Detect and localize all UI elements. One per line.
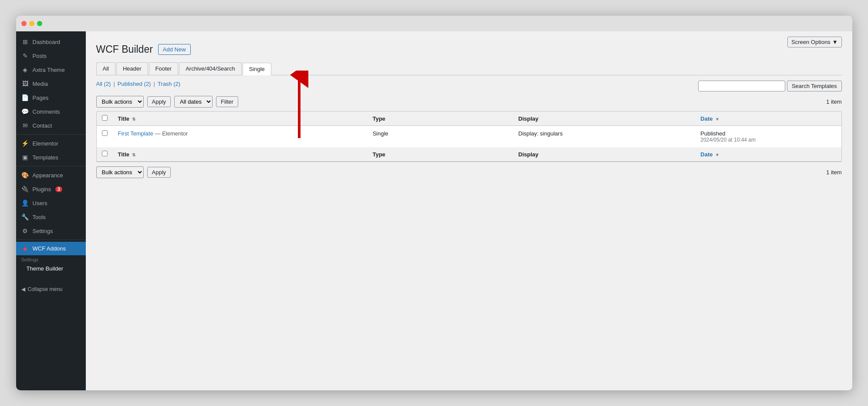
- template-builder: — Elementor: [155, 130, 188, 137]
- filter-row: All (2) | Published (2) | Trash (2) Sear…: [96, 81, 842, 91]
- date-sort-icon[interactable]: ▼: [715, 117, 719, 122]
- template-type: Single: [372, 130, 388, 137]
- search-templates-button[interactable]: Search Templates: [787, 81, 842, 91]
- foot-type-label: Type: [372, 151, 385, 158]
- sidebar-divider-2: [16, 166, 86, 166]
- posts-icon: ✎: [21, 52, 29, 59]
- tools-icon: 🔧: [21, 213, 29, 220]
- display-label: Display: [518, 115, 538, 122]
- sidebar-item-label: Appearance: [33, 172, 63, 179]
- sidebar-item-appearance[interactable]: 🎨 Appearance: [16, 168, 86, 182]
- bulk-actions-bottom-select[interactable]: Bulk actions: [96, 166, 144, 178]
- close-button[interactable]: [21, 21, 27, 26]
- sidebar-item-theme-builder[interactable]: Theme Builder: [16, 263, 86, 274]
- footer-select-all-checkbox[interactable]: [102, 151, 108, 156]
- col-title-header: Title ⇅: [113, 112, 368, 126]
- tab-header[interactable]: Header: [116, 62, 148, 75]
- apply-top-button[interactable]: Apply: [147, 96, 171, 107]
- titlebar: [16, 16, 852, 31]
- apply-bottom-button[interactable]: Apply: [147, 167, 171, 178]
- contact-icon: ✉: [21, 122, 29, 129]
- sidebar-item-label: Media: [33, 81, 48, 87]
- theme-builder-label: Theme Builder: [27, 265, 64, 272]
- foot-title-label: Title: [118, 151, 130, 158]
- sidebar-item-users[interactable]: 👤 Users: [16, 196, 86, 210]
- users-icon: 👤: [21, 200, 29, 206]
- sidebar-item-label: Dashboard: [33, 39, 61, 45]
- sidebar-item-media[interactable]: 🖼 Media: [16, 77, 86, 91]
- collapse-icon: ◀: [21, 286, 25, 292]
- plugins-badge: 3: [55, 186, 62, 192]
- sidebar-item-comments[interactable]: 💬 Comments: [16, 105, 86, 118]
- search-box: Search Templates: [698, 81, 842, 91]
- sidebar-item-label: Comments: [33, 108, 60, 115]
- row-date-cell: Published 2024/05/20 at 10:44 am: [695, 126, 841, 148]
- title-sort-icon[interactable]: ⇅: [132, 117, 135, 122]
- tab-archive[interactable]: Archive/404/Search: [179, 62, 241, 75]
- row-checkbox[interactable]: [102, 130, 108, 136]
- sidebar-item-templates[interactable]: ▣ Templates: [16, 150, 86, 164]
- foot-title: Title ⇅: [113, 147, 368, 162]
- foot-date-sort-icon[interactable]: ▼: [715, 152, 719, 157]
- screen-options-button[interactable]: Screen Options ▼: [787, 37, 841, 47]
- tab-all[interactable]: All: [96, 62, 115, 75]
- table-footer-row: Title ⇅ Type Display Date ▼: [97, 147, 841, 162]
- template-status: Published: [700, 130, 836, 137]
- filter-published[interactable]: Published (2): [118, 81, 151, 87]
- foot-type: Type: [367, 147, 513, 162]
- foot-display-label: Display: [518, 151, 538, 158]
- tabs-nav: All Header Footer Archive/404/Search Sin…: [96, 62, 842, 75]
- dates-select[interactable]: All dates: [174, 96, 213, 108]
- app-body: ⊞ Dashboard ✎ Posts ◈ Axtra Theme 🖼 Medi…: [16, 31, 852, 390]
- sidebar-item-contact[interactable]: ✉ Contact: [16, 118, 86, 132]
- sidebar-item-axtra[interactable]: ◈ Axtra Theme: [16, 63, 86, 77]
- sidebar-item-pages[interactable]: 📄 Pages: [16, 91, 86, 105]
- sidebar-item-label: Templates: [33, 154, 58, 161]
- add-new-button[interactable]: Add New: [158, 44, 191, 55]
- col-date-header: Date ▼: [695, 112, 841, 126]
- sidebar-item-wcf-addons[interactable]: ◆ WCF Addons: [16, 242, 86, 255]
- traffic-lights: [21, 21, 42, 26]
- axtra-icon: ◈: [21, 66, 29, 73]
- sidebar-item-plugins[interactable]: 🔌 Plugins 3: [16, 182, 86, 196]
- title-label: Title: [118, 115, 130, 122]
- collapse-menu[interactable]: ◀ Collapse menu: [16, 283, 86, 296]
- bulk-actions-top-select[interactable]: Bulk actions: [96, 96, 144, 108]
- foot-checkbox: [97, 147, 113, 162]
- sidebar-item-settings[interactable]: ⚙ Settings: [16, 224, 86, 238]
- filter-all[interactable]: All (2): [96, 81, 111, 87]
- sidebar-item-label: Posts: [33, 53, 47, 59]
- sidebar-item-elementor[interactable]: ⚡ Elementor: [16, 136, 86, 150]
- template-link[interactable]: First Template: [118, 130, 155, 137]
- template-date: 2024/05/20 at 10:44 am: [700, 137, 836, 143]
- sidebar-item-posts[interactable]: ✎ Posts: [16, 49, 86, 63]
- tab-footer[interactable]: Footer: [149, 62, 179, 75]
- select-all-checkbox[interactable]: [102, 115, 108, 121]
- maximize-button[interactable]: [37, 21, 42, 26]
- foot-date-label: Date: [700, 151, 713, 158]
- template-display: Display: singulars: [518, 130, 563, 137]
- main-content: Screen Options ▼ WCF Builder Add New All…: [86, 31, 852, 390]
- row-checkbox-cell: [97, 126, 113, 148]
- plugins-icon: 🔌: [21, 186, 29, 193]
- foot-title-sort-icon[interactable]: ⇅: [132, 152, 135, 157]
- screen-options-arrow: ▼: [832, 39, 838, 45]
- filter-trash[interactable]: Trash (2): [158, 81, 180, 87]
- sidebar-item-dashboard[interactable]: ⊞ Dashboard: [16, 35, 86, 49]
- templates-table: Title ⇅ Type Display Date ▼: [97, 112, 841, 162]
- search-input[interactable]: [698, 81, 785, 91]
- sidebar: ⊞ Dashboard ✎ Posts ◈ Axtra Theme 🖼 Medi…: [16, 31, 86, 390]
- sidebar-divider-3: [16, 240, 86, 240]
- foot-date: Date ▼: [695, 147, 841, 162]
- top-bar: Screen Options ▼: [787, 37, 841, 47]
- templates-icon: ▣: [21, 154, 29, 161]
- appearance-icon: 🎨: [21, 172, 29, 179]
- settings-icon: ⚙: [21, 227, 29, 234]
- filter-button[interactable]: Filter: [216, 96, 238, 107]
- date-label: Date: [700, 115, 713, 122]
- bottom-table-controls: Bulk actions Apply 1 item: [96, 166, 842, 178]
- page-header: WCF Builder Add New: [96, 44, 842, 55]
- sidebar-item-tools[interactable]: 🔧 Tools: [16, 210, 86, 224]
- tab-single[interactable]: Single: [243, 63, 271, 75]
- minimize-button[interactable]: [29, 21, 34, 26]
